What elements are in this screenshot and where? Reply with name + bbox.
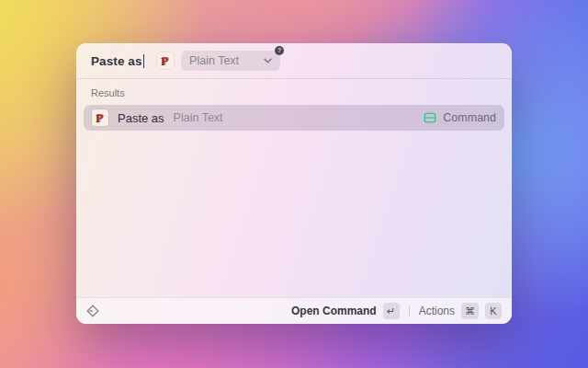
result-subtitle: Plain Text bbox=[174, 111, 223, 124]
text-caret bbox=[143, 54, 145, 68]
search-input[interactable]: Paste as bbox=[91, 54, 142, 68]
desktop-background: { "window": { "search": { "query": "Past… bbox=[0, 0, 588, 368]
footer-bar: Open Command ↵ Actions ⌘ K bbox=[76, 297, 512, 324]
chevron-down-icon bbox=[264, 58, 272, 63]
command-key: ⌘ bbox=[461, 303, 479, 319]
footer-separator bbox=[409, 305, 410, 316]
raycast-window: Paste as P Plain Text ? Results P Paste … bbox=[76, 43, 512, 324]
result-type-label: Command bbox=[443, 111, 496, 124]
result-accessory: Command bbox=[424, 111, 496, 124]
argument-dropdown[interactable]: Plain Text ? bbox=[181, 51, 280, 71]
raycast-logo-icon bbox=[86, 305, 99, 317]
actions-button[interactable]: Actions bbox=[419, 305, 455, 317]
paste-as-app-icon: P bbox=[92, 109, 108, 126]
k-key: K bbox=[485, 303, 502, 319]
paste-as-app-icon: P bbox=[157, 52, 174, 69]
result-title: Paste as bbox=[118, 111, 164, 125]
open-command-button[interactable]: Open Command bbox=[291, 305, 377, 317]
search-bar: Paste as P Plain Text ? bbox=[76, 43, 512, 78]
empty-results-area bbox=[76, 131, 512, 297]
return-key: ↵ bbox=[383, 303, 400, 319]
info-badge: ? bbox=[275, 46, 284, 55]
argument-dropdown-value: Plain Text bbox=[189, 54, 258, 67]
results-section-label: Results bbox=[91, 87, 497, 98]
command-type-icon bbox=[424, 111, 436, 124]
search-divider bbox=[76, 78, 512, 79]
result-row-paste-as[interactable]: P Paste as Plain Text Command bbox=[84, 105, 504, 131]
